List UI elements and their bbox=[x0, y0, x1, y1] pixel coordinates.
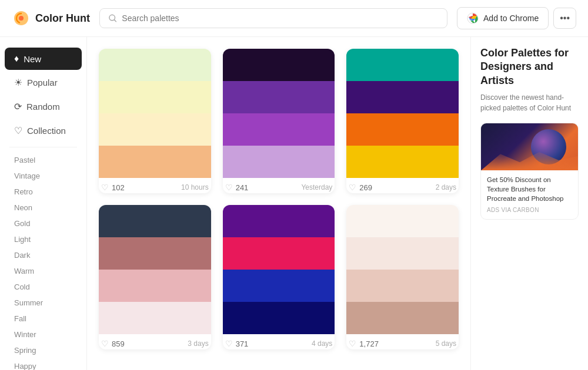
palette-card[interactable]: ♡241Yesterday bbox=[223, 49, 335, 193]
sidebar-tag[interactable]: Gold bbox=[0, 216, 86, 231]
heart-icon: ♡ bbox=[101, 339, 109, 348]
ad-box[interactable]: Get 50% Discount on Texture Brushes for … bbox=[480, 123, 579, 220]
like-count: 859 bbox=[112, 339, 125, 348]
color-swatch bbox=[223, 113, 335, 146]
more-icon: ••• bbox=[560, 13, 570, 23]
sidebar-tag[interactable]: Retro bbox=[0, 184, 86, 200]
header: Color Hunt Add to Chrome ••• bbox=[0, 0, 588, 37]
color-swatch bbox=[346, 113, 459, 146]
palette-card[interactable]: ♡2692 days bbox=[346, 49, 459, 193]
content-area: ♡10210 hours♡241Yesterday♡2692 days♡8593… bbox=[87, 37, 470, 370]
palette-grid: ♡10210 hours♡241Yesterday♡2692 days♡8593… bbox=[99, 49, 459, 349]
palette-footer: ♡1,7275 days bbox=[346, 334, 459, 349]
sidebar-tag[interactable]: Happy bbox=[0, 358, 86, 370]
color-swatch bbox=[346, 302, 459, 334]
sidebar-item-collection[interactable]: ♡ Collection bbox=[5, 119, 82, 142]
color-swatch bbox=[346, 270, 459, 302]
palette-footer: ♡3714 days bbox=[223, 334, 335, 349]
sidebar-tag[interactable]: Pastel bbox=[0, 152, 86, 168]
ad-source: ADS VIA CARBON bbox=[481, 206, 578, 214]
like-area[interactable]: ♡371 bbox=[225, 339, 249, 348]
sidebar-nav: ♦ New ☀ Popular ⟳ Random ♡ Collection bbox=[0, 48, 86, 142]
time-label: 10 hours bbox=[181, 183, 209, 191]
like-count: 241 bbox=[236, 183, 249, 192]
time-label: Yesterday bbox=[301, 183, 332, 191]
color-swatch bbox=[346, 146, 459, 178]
sidebar-tag[interactable]: Cold bbox=[0, 279, 86, 295]
sidebar-tag[interactable]: Winter bbox=[0, 327, 86, 342]
chrome-icon bbox=[467, 12, 479, 24]
search-input[interactable] bbox=[122, 14, 439, 23]
ad-text: Get 50% Discount on Texture Brushes for … bbox=[481, 170, 578, 206]
sidebar-tag[interactable]: Vintage bbox=[0, 168, 86, 184]
heart-icon: ♡ bbox=[101, 183, 109, 192]
heart-icon: ♡ bbox=[349, 339, 356, 348]
add-to-chrome-button[interactable]: Add to Chrome bbox=[457, 7, 549, 29]
palette-card[interactable]: ♡10210 hours bbox=[99, 49, 211, 193]
like-count: 102 bbox=[112, 183, 125, 192]
logo-text: Color Hunt bbox=[35, 12, 90, 25]
color-swatch bbox=[223, 302, 335, 334]
heart-outline-icon: ♡ bbox=[14, 125, 22, 136]
sidebar-tag[interactable]: Neon bbox=[0, 200, 86, 216]
palette-footer: ♡8593 days bbox=[99, 334, 211, 349]
time-label: 3 days bbox=[188, 339, 208, 348]
sidebar-item-new[interactable]: ♦ New bbox=[5, 48, 82, 70]
nav-label-new: New bbox=[24, 54, 41, 64]
color-swatch bbox=[346, 237, 459, 270]
color-swatch bbox=[223, 49, 335, 81]
sidebar-tag[interactable]: Warm bbox=[0, 263, 86, 279]
color-swatch bbox=[223, 146, 335, 178]
diamond-icon: ♦ bbox=[14, 53, 19, 64]
palette-swatches bbox=[223, 49, 335, 178]
like-count: 269 bbox=[359, 183, 372, 192]
color-swatch bbox=[99, 146, 211, 178]
palette-card[interactable]: ♡3714 days bbox=[223, 205, 335, 349]
color-swatch bbox=[346, 49, 459, 81]
right-panel: Color Palettes for Designers and Artists… bbox=[470, 37, 588, 370]
palette-card[interactable]: ♡8593 days bbox=[99, 205, 211, 349]
search-bar[interactable] bbox=[99, 8, 447, 28]
sidebar-item-popular[interactable]: ☀ Popular bbox=[5, 71, 82, 94]
sidebar-tag[interactable]: Summer bbox=[0, 295, 86, 311]
time-label: 4 days bbox=[312, 339, 332, 348]
color-swatch bbox=[99, 270, 211, 302]
palette-swatches bbox=[99, 205, 211, 334]
more-button[interactable]: ••• bbox=[553, 8, 576, 29]
palette-swatches bbox=[346, 49, 459, 178]
ad-image bbox=[481, 123, 578, 170]
like-area[interactable]: ♡859 bbox=[101, 339, 125, 348]
color-swatch bbox=[223, 237, 335, 270]
sidebar-tag[interactable]: Spring bbox=[0, 342, 86, 358]
like-area[interactable]: ♡269 bbox=[349, 183, 372, 192]
color-swatch bbox=[99, 81, 211, 113]
color-swatch bbox=[99, 113, 211, 146]
color-swatch bbox=[346, 205, 459, 237]
sidebar-tag[interactable]: Dark bbox=[0, 247, 86, 263]
svg-line-2 bbox=[115, 20, 116, 22]
like-count: 371 bbox=[236, 339, 249, 348]
heart-icon: ♡ bbox=[349, 183, 356, 192]
palette-card[interactable]: ♡1,7275 days bbox=[346, 205, 459, 349]
nav-label-random: Random bbox=[26, 102, 60, 112]
sidebar-item-random[interactable]: ⟳ Random bbox=[5, 95, 82, 118]
palette-swatches bbox=[346, 205, 459, 334]
palette-footer: ♡2692 days bbox=[346, 178, 459, 193]
heart-icon: ♡ bbox=[225, 183, 233, 192]
like-area[interactable]: ♡102 bbox=[101, 183, 125, 192]
search-icon bbox=[108, 14, 117, 23]
sidebar-tags: PastelVintageRetroNeonGoldLightDarkWarmC… bbox=[0, 152, 86, 370]
like-area[interactable]: ♡241 bbox=[225, 183, 249, 192]
color-swatch bbox=[99, 205, 211, 237]
header-right: Add to Chrome ••• bbox=[457, 7, 576, 29]
palette-swatches bbox=[99, 49, 211, 178]
like-area[interactable]: ♡1,727 bbox=[349, 339, 379, 348]
color-swatch bbox=[99, 49, 211, 81]
color-swatch bbox=[223, 205, 335, 237]
main-layout: ♦ New ☀ Popular ⟳ Random ♡ Collection Pa… bbox=[0, 37, 588, 370]
random-icon: ⟳ bbox=[14, 101, 22, 112]
sidebar-tag[interactable]: Light bbox=[0, 231, 86, 247]
svg-point-0 bbox=[19, 16, 24, 21]
sidebar-tag[interactable]: Fall bbox=[0, 311, 86, 327]
sidebar-divider bbox=[9, 147, 77, 147]
